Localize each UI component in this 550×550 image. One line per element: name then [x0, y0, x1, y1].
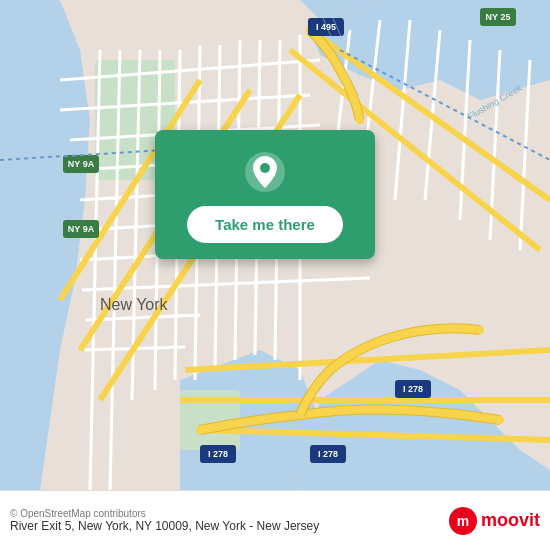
- svg-point-61: [260, 163, 270, 173]
- bottom-bar: © OpenStreetMap contributors River Exit …: [0, 490, 550, 550]
- svg-text:New York: New York: [100, 296, 169, 313]
- location-pin-icon: [243, 150, 287, 194]
- svg-text:NY 9A: NY 9A: [68, 224, 95, 234]
- take-me-there-button[interactable]: Take me there: [187, 206, 343, 243]
- svg-text:NY 25: NY 25: [486, 12, 511, 22]
- address-text: © OpenStreetMap contributors River Exit …: [10, 508, 439, 533]
- location-card: Take me there: [155, 130, 375, 259]
- moovit-text: moovit: [481, 510, 540, 531]
- osm-credit: © OpenStreetMap contributors: [10, 508, 439, 519]
- svg-text:NY 9A: NY 9A: [68, 159, 95, 169]
- svg-text:I 278: I 278: [403, 384, 423, 394]
- svg-text:I 278: I 278: [208, 449, 228, 459]
- moovit-icon: m: [449, 507, 477, 535]
- moovit-logo: m moovit: [449, 507, 540, 535]
- location-address: River Exit 5, New York, NY 10009, New Yo…: [10, 519, 319, 533]
- svg-text:I 278: I 278: [318, 449, 338, 459]
- map-view: NY 25 NY 9A NY 9A I 495 I 278 I 278 I 27…: [0, 0, 550, 490]
- svg-text:I 495: I 495: [316, 22, 336, 32]
